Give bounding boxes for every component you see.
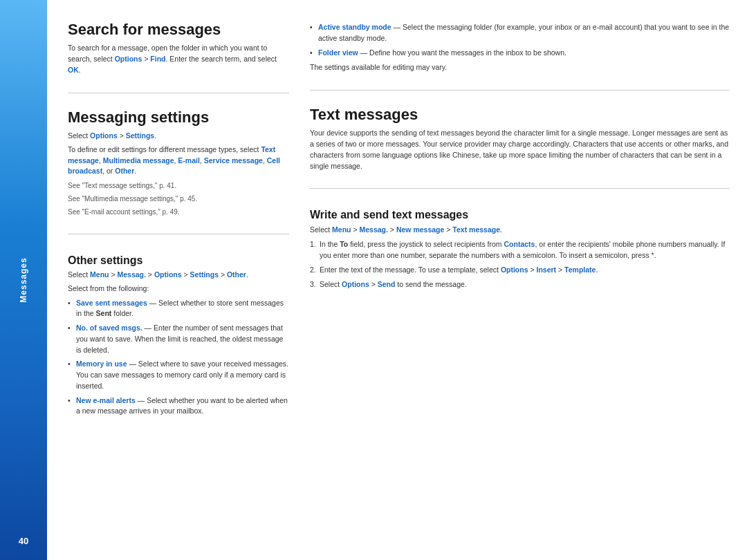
messaging-settings-section: Messaging settings Select Options > Sett…: [68, 109, 289, 217]
new-message-link[interactable]: New message: [396, 225, 444, 234]
options-link-2[interactable]: Options: [90, 131, 118, 140]
multimedia-link[interactable]: Multimedia message: [103, 156, 174, 165]
step-2: Enter the text of the message. To use a …: [310, 265, 730, 276]
list-item-save: Save sent messages — Select whether to s…: [68, 298, 289, 320]
messaging-settings-body: To define or edit settings for different…: [68, 144, 289, 177]
other-settings-list: Save sent messages — Select whether to s…: [68, 298, 289, 418]
list-item-memory: Memory in use — Select where to save you…: [68, 359, 289, 391]
search-body: To search for a message, open the folder…: [68, 43, 289, 75]
other-settings-heading: Other settings: [68, 254, 289, 267]
insert-link[interactable]: Insert: [537, 265, 557, 274]
text-link[interactable]: Text: [452, 225, 467, 234]
step-1: In the To field, press the joystick to s…: [310, 239, 730, 261]
memory-link[interactable]: Memory in use: [76, 360, 127, 368]
note-1: See "Text message settings," p. 41.: [68, 180, 289, 191]
list-item-email-alerts: New e-mail alerts — Select whether you w…: [68, 395, 289, 418]
menu-link-1[interactable]: Menu: [90, 270, 109, 279]
active-standby-item: Active standby mode — Select the messagi…: [310, 22, 730, 44]
step-3: Select Options > Send to send the messag…: [310, 279, 730, 290]
options-link[interactable]: Options: [115, 55, 142, 63]
divider-2: [68, 234, 289, 234]
note-3: See "E-mail account settings," p. 49.: [68, 207, 289, 217]
messaging-settings-heading: Messaging settings: [68, 109, 289, 127]
other-link-2[interactable]: Other: [227, 270, 246, 279]
divider-4: [310, 188, 730, 189]
right-column: Active standby mode — Select the messagi…: [310, 21, 730, 546]
sidebar: Messages 40: [0, 0, 47, 560]
save-sent-link[interactable]: Save sent messages: [76, 299, 147, 307]
messag-link-1[interactable]: Messag.: [118, 270, 146, 279]
other-settings-section: Other settings Select Menu > Messag. > O…: [68, 250, 289, 420]
options-link-3[interactable]: Options: [154, 270, 182, 279]
messaging-settings-select: Select Options > Settings.: [68, 131, 289, 142]
settings-link[interactable]: Settings: [126, 131, 154, 140]
write-send-steps: In the To field, press the joystick to s…: [310, 239, 730, 290]
message-link[interactable]: message: [469, 225, 500, 234]
text-messages-heading: Text messages: [310, 106, 730, 124]
left-column: Search for messages To search for a mess…: [68, 21, 289, 546]
folder-view-item: Folder view — Define how you want the me…: [310, 48, 730, 59]
settings-note: The settings available for editing may v…: [310, 62, 730, 73]
find-link[interactable]: Find: [150, 55, 165, 63]
contacts-link[interactable]: Contacts: [504, 240, 535, 248]
text-messages-body: Your device supports the sending of text…: [310, 128, 730, 171]
options-link-5[interactable]: Options: [342, 280, 369, 288]
send-link[interactable]: Send: [378, 280, 396, 288]
no-saved-link[interactable]: No. of saved msgs.: [76, 324, 142, 332]
options-link-4[interactable]: Options: [501, 265, 528, 274]
active-standby-link[interactable]: Active standby mode: [318, 23, 391, 31]
continuation-bullets: Active standby mode — Select the messagi…: [310, 22, 730, 73]
continuation-list: Active standby mode — Select the messagi…: [310, 22, 730, 58]
search-heading: Search for messages: [68, 21, 289, 39]
template-link[interactable]: Template: [564, 265, 596, 274]
ok-link[interactable]: OK: [68, 66, 79, 74]
page-number: 40: [19, 536, 28, 546]
settings-link-2[interactable]: Settings: [190, 270, 219, 279]
messag-link-2[interactable]: Messag.: [360, 225, 388, 234]
search-section: Search for messages To search for a mess…: [68, 21, 289, 76]
text-messages-section: Text messages Your device supports the s…: [310, 106, 730, 171]
main-content: Search for messages To search for a mess…: [47, 0, 747, 560]
page-container: Messages 40 Search for messages To searc…: [0, 0, 747, 560]
other-link[interactable]: Other: [115, 167, 134, 175]
email-link[interactable]: E-mail: [178, 156, 200, 165]
list-item-no-saved: No. of saved msgs. — Enter the number of…: [68, 323, 289, 355]
menu-link-2[interactable]: Menu: [332, 225, 351, 234]
folder-view-link[interactable]: Folder view: [318, 48, 358, 57]
divider-1: [68, 93, 289, 93]
other-settings-select: Select Menu > Messag. > Options > Settin…: [68, 270, 289, 281]
write-send-select: Select Menu > Messag. > New message > Te…: [310, 225, 730, 236]
sidebar-label: Messages: [19, 257, 28, 302]
select-from: Select from the following:: [68, 283, 289, 295]
write-send-heading: Write and send text messages: [310, 208, 730, 221]
divider-3: [310, 90, 730, 91]
write-send-section: Write and send text messages Select Menu…: [310, 204, 730, 293]
note-2: See "Multimedia message settings," p. 45…: [68, 194, 289, 204]
service-link[interactable]: Service message: [204, 156, 263, 165]
email-alerts-link[interactable]: New e-mail alerts: [76, 396, 136, 404]
